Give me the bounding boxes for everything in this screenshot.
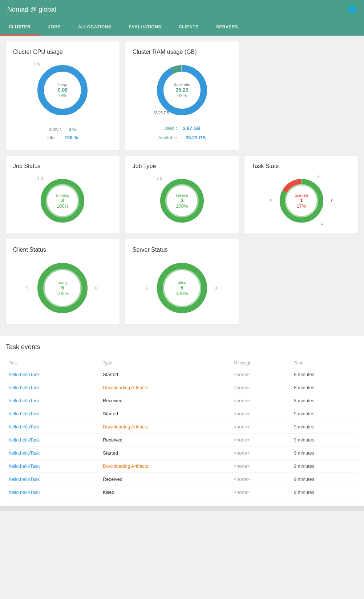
job-status-center-value: 3 (56, 197, 69, 203)
cpu-center-label: busy (58, 83, 68, 87)
cpu-title: Cluster CPU usage (13, 49, 112, 55)
table-row: hello.helloTaskDownloading Artifacts<non… (6, 381, 358, 394)
task-cell[interactable]: hello.helloTask (6, 368, 100, 381)
server-status-center: alive 5 100% (176, 280, 188, 296)
job-type-title: Job Type (133, 163, 232, 169)
nav-allocations[interactable]: ALLOCATIONS (69, 19, 120, 36)
message-cell: <none> (231, 473, 291, 486)
server-status-donut-container: 5 0 alive 5 100% (133, 259, 232, 317)
task-cell[interactable]: hello.helloTask (6, 434, 100, 447)
server-status-center-value: 5 (176, 285, 188, 291)
table-row: hello.helloTaskDownloading Artifacts<non… (6, 460, 358, 473)
table-row: hello.helloTaskReceived<none>8 minutes (6, 394, 358, 407)
task-cell[interactable]: hello.helloTask (6, 473, 100, 486)
task-stats-center-pct: 17% (295, 203, 308, 209)
globe-icon: 🌐 (348, 5, 357, 14)
time-cell: 9 minutes (291, 486, 358, 499)
server-status-center-label: alive (176, 280, 188, 285)
nav-servers[interactable]: SERVERS (207, 19, 247, 36)
row-2: Job Status 3 0 running 3 100% (6, 156, 358, 233)
type-cell: Received (100, 473, 231, 486)
table-row: hello.helloTaskReceived<none>9 minutes (6, 473, 358, 486)
client-status-title: Client Status (13, 247, 112, 253)
busy-val: 0 % (68, 125, 76, 133)
job-type-center-value: 3 (176, 197, 189, 203)
client-status-card: Client Status 5 0 ready 5 100% (6, 239, 120, 324)
table-row: hello.helloTaskStarted<none>9 minutes (6, 447, 358, 460)
job-status-right: 0 (41, 176, 43, 180)
empty-card-2 (244, 239, 358, 324)
task-stats-title: Task Stats (252, 163, 351, 169)
cpu-legend: busy : 0 % idle : 100 % (47, 125, 78, 142)
task-cell[interactable]: hello.helloTask (6, 447, 100, 460)
job-status-donut-wrapper: 3 0 running 3 100% (37, 175, 88, 226)
task-stats-right: 0 (331, 199, 333, 203)
type-cell: Downloading Artifacts (100, 460, 231, 473)
task-cell[interactable]: hello.helloTask (6, 460, 100, 473)
client-status-right: 0 (95, 286, 97, 290)
avail-val: 35.23 GB (186, 133, 206, 143)
cpu-donut-center: busy 0.00 0% (58, 83, 68, 98)
task-stats-donut-container: 2 0 1 3 queued 1 17% (252, 175, 351, 226)
type-cell: Started (100, 368, 231, 381)
client-status-center-value: 5 (57, 285, 69, 291)
time-cell: 8 minutes (291, 368, 358, 381)
cpu-donut-wrapper: 0 % busy 0.00 0% (33, 61, 92, 119)
message-cell: <none> (231, 394, 291, 407)
message-cell: <none> (231, 381, 291, 394)
task-events-table: Task Type Message Time hello.helloTaskSt… (6, 358, 358, 499)
type-cell: Started (100, 407, 231, 420)
server-status-title: Server Status (133, 247, 232, 253)
table-row: hello.helloTaskReceived<none>9 minutes (6, 434, 358, 447)
busy-label: busy : (49, 125, 61, 133)
task-cell[interactable]: hello.helloTask (6, 394, 100, 407)
client-status-left: 5 (26, 286, 28, 290)
ram-gb-label: 35.23 GB (154, 111, 169, 115)
nav-clients[interactable]: CLIENTS (170, 19, 207, 36)
main-nav: CLUSTER JOBS ALLOCATIONS EVALUATIONS CLI… (0, 19, 364, 36)
cpu-donut-container: 0 % busy 0.00 0% busy : 0 % idle : (13, 61, 112, 142)
task-cell[interactable]: hello.helloTask (6, 420, 100, 434)
idle-label: idle : (47, 133, 57, 142)
type-cell: Received (100, 394, 231, 407)
task-cell[interactable]: hello.helloTask (6, 407, 100, 420)
job-type-card: Job Type 3 0 service 3 100% (125, 156, 239, 233)
cpu-center-pct: 0% (58, 93, 68, 98)
task-stats-center: queued 1 17% (295, 193, 308, 209)
time-cell: 8 minutes (291, 394, 358, 407)
task-stats-center-label: queued (295, 193, 308, 197)
server-status-right: 0 (215, 286, 217, 290)
type-cell: Downloading Artifacts (100, 420, 231, 434)
time-cell: 9 minutes (291, 447, 358, 460)
nav-evaluations[interactable]: EVALUATIONS (120, 19, 170, 36)
job-status-title: Job Status (13, 163, 112, 169)
time-cell: 9 minutes (291, 407, 358, 420)
col-message: Message (231, 358, 291, 368)
task-cell[interactable]: hello.helloTask (6, 486, 100, 499)
horizontal-scrollbar[interactable] (0, 506, 364, 511)
task-stats-card: Task Stats 2 0 1 3 (244, 156, 358, 233)
job-type-center-pct: 100% (176, 203, 189, 209)
main-content: Cluster CPU usage 0 % busy (0, 36, 364, 336)
server-status-left: 5 (146, 286, 148, 290)
cpu-center-value: 0.00 (58, 87, 68, 93)
ram-card: Cluster RAM usage (GB) 35.23 GB Availabl (125, 41, 239, 150)
client-status-center: ready 5 100% (57, 280, 69, 296)
time-cell: 9 minutes (291, 460, 358, 473)
client-status-center-label: ready (57, 280, 69, 285)
job-type-center-label: service (176, 193, 189, 197)
job-status-center-label: running (56, 193, 69, 197)
job-status-center: running 3 100% (56, 193, 69, 209)
nav-cluster[interactable]: CLUSTER (0, 19, 39, 36)
job-type-right: 0 (160, 176, 162, 180)
client-status-donut-wrapper: 5 0 ready 5 100% (33, 259, 92, 317)
message-cell: <none> (231, 434, 291, 447)
job-status-center-pct: 100% (56, 203, 69, 209)
task-cell[interactable]: hello.helloTask (6, 381, 100, 394)
task-events-title: Task events (6, 343, 358, 351)
ram-center-label: Available (174, 83, 190, 87)
message-cell: <none> (231, 420, 291, 434)
message-cell: <none> (231, 460, 291, 473)
job-type-center: service 3 100% (176, 193, 189, 209)
nav-jobs[interactable]: JOBS (39, 19, 69, 36)
